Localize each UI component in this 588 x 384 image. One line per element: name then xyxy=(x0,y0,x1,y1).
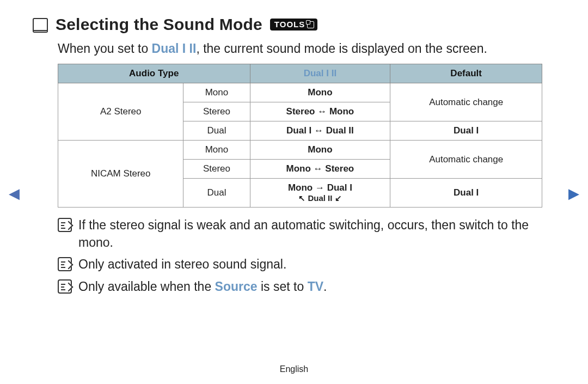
note-accent: TV xyxy=(308,279,323,294)
sound-mode-table: Audio Type Dual I II Default A2 Stereo M… xyxy=(58,64,542,208)
note-item: If the stereo signal is weak and an auto… xyxy=(58,216,555,251)
note-icon xyxy=(58,218,72,232)
intro-pre: When you set to xyxy=(58,41,152,56)
subtype: Mono xyxy=(183,141,250,160)
dual-value: Mono xyxy=(250,141,390,160)
default-value: Dual I xyxy=(390,121,542,141)
th-default: Default xyxy=(390,64,542,83)
next-page-arrow[interactable]: ▶ xyxy=(568,185,579,202)
popup-icon xyxy=(307,21,314,28)
dual-value: Dual I ↔ Dual II xyxy=(250,121,390,141)
default-value: Dual I xyxy=(390,179,542,208)
note-post: . xyxy=(323,279,327,294)
note-icon xyxy=(58,257,72,271)
prev-page-arrow[interactable]: ◀ xyxy=(9,185,20,202)
note-accent: Source xyxy=(215,279,258,294)
intro-text: When you set to Dual I II, the current s… xyxy=(58,40,555,57)
intro-accent: Dual I II xyxy=(152,41,197,56)
note-pre: Only available when the xyxy=(78,279,215,294)
note-mid: is set to xyxy=(258,279,308,294)
page-title: Selecting the Sound Mode xyxy=(56,15,262,34)
heading: Selecting the Sound Mode TOOLS xyxy=(33,15,555,34)
note-text: Only available when the Source is set to… xyxy=(78,278,327,295)
default-value: Automatic change xyxy=(390,83,542,121)
dual-line1: Mono → Dual I xyxy=(288,182,352,193)
dual-line2: ↖ Dual II ↙ xyxy=(255,193,386,203)
group-name: NICAM Stereo xyxy=(58,141,183,208)
tools-badge: TOOLS xyxy=(270,19,317,31)
subtype: Mono xyxy=(183,83,250,102)
intro-post: , the current sound mode is displayed on… xyxy=(196,41,487,56)
table-row: NICAM Stereo Mono Mono Automatic change xyxy=(58,141,542,160)
note-text: If the stereo signal is weak and an auto… xyxy=(78,216,555,251)
notes-list: If the stereo signal is weak and an auto… xyxy=(58,216,555,295)
subtype: Stereo xyxy=(183,160,250,179)
group-name: A2 Stereo xyxy=(58,83,183,141)
subtype: Stereo xyxy=(183,102,250,121)
note-item: Only activated in stereo sound signal. xyxy=(58,255,555,273)
table-row: A2 Stereo Mono Mono Automatic change xyxy=(58,83,542,102)
tools-badge-label: TOOLS xyxy=(274,20,305,29)
dual-value: Stereo ↔ Mono xyxy=(250,102,390,121)
dual-value: Mono ↔ Stereo xyxy=(250,160,390,179)
footer-language: English xyxy=(0,364,588,374)
note-icon xyxy=(58,279,72,294)
default-value: Automatic change xyxy=(390,141,542,179)
book-icon xyxy=(33,18,48,31)
subtype: Dual xyxy=(183,179,250,208)
subtype: Dual xyxy=(183,121,250,141)
dual-value: Mono → Dual I ↖ Dual II ↙ xyxy=(250,179,390,208)
dual-value: Mono xyxy=(250,83,390,102)
th-audio-type: Audio Type xyxy=(58,64,250,83)
note-text: Only activated in stereo sound signal. xyxy=(78,255,286,273)
note-item: Only available when the Source is set to… xyxy=(58,278,555,295)
th-dual: Dual I II xyxy=(250,64,390,83)
